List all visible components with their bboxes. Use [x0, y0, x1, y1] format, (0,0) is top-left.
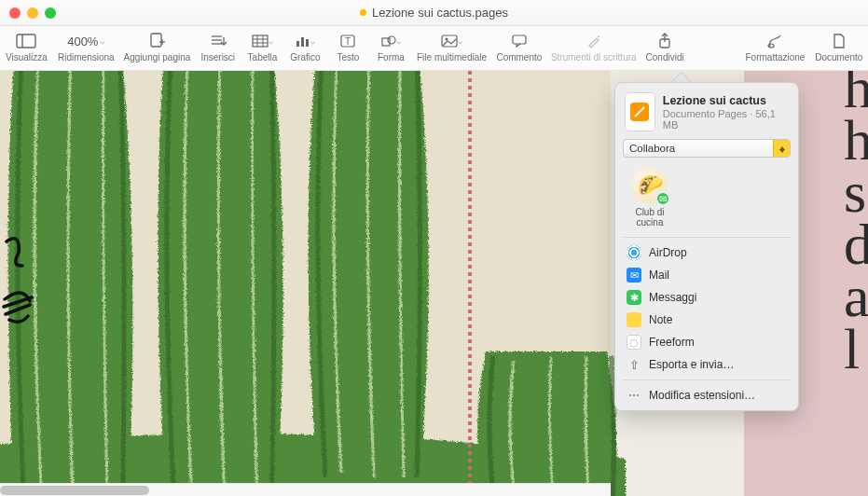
- document-title-text: Lezione sui cactus.pages: [372, 6, 508, 20]
- export-icon: ⇧: [627, 357, 641, 372]
- share-popover: Lezione sui cactus Documento Pages · 56,…: [614, 82, 799, 411]
- svg-point-20: [388, 36, 395, 44]
- contact-name: Club di cucina: [625, 207, 675, 227]
- svg-rect-0: [17, 34, 35, 48]
- share-app-list: AirDrop ✉︎Mail ✱Messaggi Note ◌Freeform …: [615, 238, 798, 379]
- table-button[interactable]: ⌵ Tabella: [241, 30, 283, 62]
- messages-badge-icon: ✉︎: [655, 191, 670, 206]
- zoom-value: 400%⌵: [73, 32, 99, 50]
- popover-doc-name: Lezione sui cactus: [663, 94, 789, 107]
- text-icon: T: [335, 32, 361, 50]
- svg-rect-15: [301, 37, 304, 47]
- writing-tools-icon: [581, 32, 607, 50]
- document-icon: [826, 32, 852, 50]
- svg-point-22: [446, 38, 448, 41]
- margin-guide: [468, 71, 472, 496]
- ink-scribble: [2, 234, 39, 346]
- share-messages[interactable]: ✱Messaggi: [615, 286, 798, 309]
- chart-icon: ⌵: [292, 32, 318, 50]
- dropdown-stepper-icon: [773, 140, 790, 157]
- comment-icon: [506, 32, 532, 50]
- svg-rect-2: [151, 34, 161, 47]
- share-icon: [652, 32, 678, 50]
- window-titlebar: Lezione sui cactus.pages: [0, 0, 868, 26]
- scrollbar-thumb[interactable]: [0, 486, 149, 495]
- zoom-selector[interactable]: 400%⌵ Ridimensiona: [53, 30, 119, 62]
- format-icon: [762, 32, 788, 50]
- contact-avatar: 🌮✉︎: [631, 167, 668, 204]
- svg-point-24: [598, 35, 599, 37]
- svg-rect-14: [296, 41, 299, 47]
- toolbar: Visualizza 400%⌵ Ridimensiona Aggiungi p…: [0, 26, 868, 71]
- collaborate-dropdown[interactable]: Collabora: [623, 139, 791, 158]
- pages-file-icon: [625, 92, 655, 131]
- document-button[interactable]: Documento: [810, 30, 868, 62]
- media-button[interactable]: ⌵ File multimediale: [412, 30, 490, 62]
- document-title: Lezione sui cactus.pages: [0, 6, 868, 20]
- chevron-down-icon: ⌵: [100, 36, 104, 46]
- view-icon: [13, 32, 39, 50]
- chart-button[interactable]: ⌵ Grafico: [283, 30, 326, 62]
- add-page-button[interactable]: Aggiungi pagina: [119, 30, 195, 62]
- shape-icon: ⌵: [378, 32, 404, 50]
- format-button[interactable]: Formattazione: [740, 30, 809, 62]
- svg-point-27: [768, 44, 774, 48]
- popover-header: Lezione sui cactus Documento Pages · 56,…: [615, 83, 798, 139]
- popover-doc-meta: Documento Pages · 56,1 MB: [663, 108, 789, 131]
- extensions-icon: ⋯: [627, 388, 641, 403]
- airdrop-icon: [627, 245, 641, 260]
- view-button[interactable]: Visualizza: [0, 30, 53, 62]
- share-mail[interactable]: ✉︎Mail: [615, 264, 798, 286]
- window-controls: [0, 7, 56, 19]
- share-airdrop[interactable]: AirDrop: [615, 241, 798, 264]
- freeform-icon: ◌: [627, 335, 641, 350]
- writing-tools-button: Strumenti di scrittura: [547, 30, 640, 62]
- share-export[interactable]: ⇧Esporta e invia…: [615, 353, 798, 376]
- table-icon: ⌵: [249, 32, 275, 50]
- close-button[interactable]: [9, 7, 21, 19]
- document-canvas[interactable]: h h s d a l: [0, 71, 868, 496]
- mail-icon: ✉︎: [627, 268, 641, 282]
- serif-text-fragment: h h s d a l: [844, 71, 868, 375]
- minimize-button[interactable]: [27, 7, 38, 19]
- popover-contacts: 🌮✉︎ Club di cucina: [615, 158, 798, 237]
- svg-rect-9: [253, 35, 268, 47]
- svg-rect-23: [513, 35, 526, 44]
- media-icon: ⌵: [439, 32, 465, 50]
- share-freeform[interactable]: ◌Freeform: [615, 331, 798, 353]
- add-page-icon: [144, 32, 170, 50]
- edited-indicator: [360, 9, 366, 16]
- fullscreen-button[interactable]: [45, 7, 56, 19]
- insert-icon: [205, 32, 231, 50]
- comment-button[interactable]: Commento: [491, 30, 547, 62]
- svg-rect-16: [306, 39, 309, 47]
- text-button[interactable]: T Testo: [326, 30, 369, 62]
- edit-extensions[interactable]: ⋯Modifica estensioni…: [615, 384, 798, 406]
- messages-icon: ✱: [627, 290, 641, 305]
- insert-button[interactable]: Inserisci: [195, 30, 241, 62]
- share-notes[interactable]: Note: [615, 309, 798, 331]
- svg-text:T: T: [345, 36, 351, 47]
- horizontal-scrollbar[interactable]: [0, 483, 611, 496]
- shape-button[interactable]: ⌵ Forma: [369, 30, 412, 62]
- contact-item[interactable]: 🌮✉︎ Club di cucina: [625, 167, 675, 227]
- cactus-illustration: [0, 71, 634, 496]
- share-button[interactable]: Condividi: [640, 30, 689, 62]
- notes-icon: [627, 312, 641, 327]
